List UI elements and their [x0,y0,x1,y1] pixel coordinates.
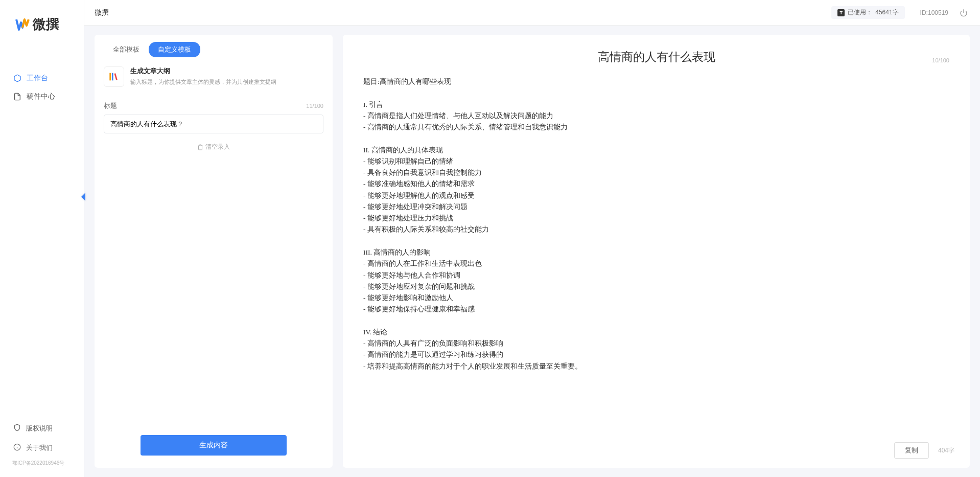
template-desc: 输入标题，为你提供文章主体的灵感，并为其创建推文提纲 [130,78,323,86]
template-tabs: 全部模板 自定义模板 [95,35,333,57]
power-button[interactable] [958,7,970,19]
template-icon [104,66,124,87]
main: 微撰 T 已使用：45641字 ID:100519 全部模板 自定义模板 [84,0,980,477]
result-body[interactable]: 题目:高情商的人有哪些表现 I. 引言 - 高情商是指人们处理情绪、与他人互动以… [343,69,970,437]
title-input-count: 11/100 [306,103,323,109]
shield-icon [13,424,21,433]
title-input[interactable] [104,115,323,133]
logo-icon [15,17,30,32]
about-link[interactable]: 关于我们 [0,438,84,458]
input-panel: 全部模板 自定义模板 生成文章大纲 输入标题，为你提供文章主体的灵感，并为其创建… [95,35,333,468]
usage-label: 已使用： [848,8,872,17]
nav-workspace[interactable]: 工作台 [0,69,84,87]
template-title: 生成文章大纲 [130,66,323,76]
nav-drafts[interactable]: 稿件中心 [0,87,84,106]
trash-icon [197,144,203,150]
sidebar: 微撰 工作台 稿件中心 版权说明 [0,0,84,477]
nav-workspace-label: 工作台 [27,74,48,83]
title-input-label: 标题 [104,101,117,110]
clear-button[interactable]: 清空录入 [197,143,230,151]
page-title: 微撰 [95,8,109,17]
about-label: 关于我们 [26,443,53,452]
brand-name: 微撰 [33,15,59,33]
logo: 微撰 [0,0,84,49]
sidebar-collapse-button[interactable] [79,191,87,202]
nav: 工作台 稿件中心 [0,49,84,419]
user-id: ID:100519 [920,9,948,16]
char-count: 404字 [938,446,954,455]
info-icon [13,443,21,452]
icp-text: 鄂ICP备2022016946号 [0,458,84,467]
header: 微撰 T 已使用：45641字 ID:100519 [84,0,980,26]
result-title-count: 10/100 [932,57,949,63]
drafts-icon [13,93,21,101]
copyright-label: 版权说明 [26,424,53,433]
template-card: 生成文章大纲 输入标题，为你提供文章主体的灵感，并为其创建推文提纲 [104,66,323,87]
usage-badge: T 已使用：45641字 [831,6,904,19]
workspace-icon [13,74,21,82]
result-panel: 高情商的人有什么表现 10/100 题目:高情商的人有哪些表现 I. 引言 - … [343,35,970,468]
generate-button[interactable]: 生成内容 [141,435,287,456]
sidebar-bottom: 版权说明 关于我们 鄂ICP备2022016946号 [0,419,84,477]
usage-value: 45641字 [875,8,898,17]
copyright-link[interactable]: 版权说明 [0,419,84,438]
content: 全部模板 自定义模板 生成文章大纲 输入标题，为你提供文章主体的灵感，并为其创建… [84,26,980,477]
text-count-icon: T [837,9,845,16]
nav-drafts-label: 稿件中心 [27,92,55,101]
copy-button[interactable]: 复制 [894,442,929,459]
tab-custom-templates[interactable]: 自定义模板 [149,42,200,57]
result-title: 高情商的人有什么表现 [363,49,949,65]
tab-all-templates[interactable]: 全部模板 [104,42,149,57]
